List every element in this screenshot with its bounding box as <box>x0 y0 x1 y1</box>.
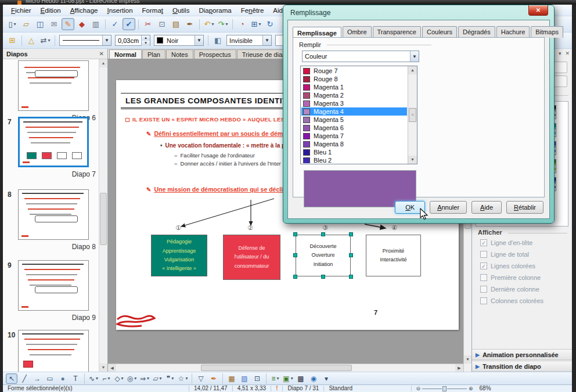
dialog-tab-de-grade-s[interactable]: Dégradés <box>458 26 495 38</box>
document-as-email-icon[interactable]: ✉ <box>48 18 60 30</box>
gallery-icon[interactable]: ▨ <box>239 373 250 384</box>
table-icon[interactable]: ⊞▾ <box>250 18 262 30</box>
line-color-value[interactable]: Noir <box>164 37 195 44</box>
dropdown-caret-icon[interactable]: ▾ <box>14 21 16 27</box>
checkbox-colonnes-colore-es[interactable]: Colonnes colorées <box>480 297 543 304</box>
new-document-icon[interactable]: ▯▾ <box>6 18 19 30</box>
ellipse-icon[interactable]: ● <box>57 373 69 384</box>
dialog-tab-transparence[interactable]: Transparence <box>373 26 421 38</box>
color-item-magenta-2[interactable]: Magenta 2 <box>301 91 407 99</box>
checkbox-premie-re-colonne[interactable]: Première colonne <box>480 274 541 281</box>
line-color-select[interactable]: Noir ▼ <box>154 35 204 46</box>
dropdown-caret-icon[interactable]: ▾ <box>291 376 293 381</box>
shape-pedagogie[interactable]: PédagogieApprentissageVulgarisation« Int… <box>151 235 207 276</box>
redo-icon[interactable]: ↷▾ <box>217 18 229 30</box>
menu-affichage[interactable]: Affichage <box>66 6 103 15</box>
flowchart-icon[interactable]: ▱▾ <box>152 373 163 384</box>
insert-image-icon[interactable]: ▦ <box>226 373 237 384</box>
dialog-tab-ombre[interactable]: Ombre <box>343 26 372 38</box>
dialog-tab-hachure[interactable]: Hachure <box>496 26 530 38</box>
selection-handle[interactable] <box>321 232 325 236</box>
dropdown-caret-icon[interactable]: ▾ <box>147 376 149 381</box>
scroll-down-icon[interactable]: ▼ <box>99 364 107 372</box>
line-arrow-icon[interactable]: → <box>31 373 43 384</box>
scrollbar-thumb[interactable]: ≡ <box>409 108 416 122</box>
scroll-left-icon[interactable]: ◀ <box>108 364 116 372</box>
dropdown-caret-icon[interactable]: ▾ <box>160 376 162 381</box>
cut-icon[interactable]: ✂ <box>142 18 154 30</box>
menu-edition[interactable]: Édition <box>36 6 66 15</box>
selection-handle[interactable] <box>293 253 297 257</box>
zoom-knob[interactable] <box>442 386 447 391</box>
auto-spellcheck-icon[interactable]: ✔ <box>123 18 135 30</box>
horizontal-scrollbar[interactable]: ◀ ▶ <box>108 364 463 372</box>
group-icon[interactable]: ⊡ <box>251 373 263 384</box>
color-item-magenta-4[interactable]: Magenta 4 <box>301 107 407 116</box>
slide-bullet-line[interactable]: =Donner accès / initier à l'univers de l… <box>174 160 281 167</box>
paste-icon[interactable]: ▤ <box>170 18 182 30</box>
dialog-tab-remplissage[interactable]: Remplissage <box>293 27 341 38</box>
pane-section-animation-personnalise-e[interactable]: ▶Animation personnalisée <box>472 349 572 360</box>
re-tablir-button[interactable]: Rétablir <box>506 201 543 214</box>
scroll-up-icon[interactable]: ▲ <box>408 66 417 74</box>
view-tab-notes[interactable]: Notes <box>166 49 193 59</box>
edit-points-icon[interactable]: △ <box>25 34 38 46</box>
connector-icon[interactable]: ⌐▾ <box>100 373 112 384</box>
pane-section-transition-de-diapo[interactable]: ▶Transition de diapo <box>472 361 572 372</box>
fill-type-select[interactable]: Couleur ▼ <box>302 51 419 62</box>
spellcheck-icon[interactable]: ✓ <box>109 18 121 30</box>
view-tab-prospectus[interactable]: Prospectus <box>194 49 236 59</box>
selection-handle[interactable] <box>349 232 353 236</box>
color-item-magenta-3[interactable]: Magenta 3 <box>301 99 407 107</box>
zoom-slider[interactable]: ⊖ ⊕ <box>414 386 474 391</box>
cells-icon[interactable]: ⊞ <box>6 34 19 46</box>
edit-points-icon[interactable]: ▽ <box>195 373 207 384</box>
fill-color-icon[interactable]: ◧ <box>211 34 224 46</box>
selection-handle[interactable] <box>293 275 297 279</box>
dropdown-caret-icon[interactable]: ▾ <box>134 376 136 381</box>
color-item-magenta-8[interactable]: Magenta 8 <box>301 140 407 148</box>
arrange-icon[interactable]: ▣▾ <box>282 373 294 384</box>
fill-style-value[interactable]: Invisible <box>227 37 262 44</box>
callouts-icon[interactable]: ❞▾ <box>164 373 176 384</box>
open-folder-icon[interactable]: ▱ <box>20 18 33 30</box>
shadow-icon[interactable]: ▩ <box>295 373 307 384</box>
slide-thumbnail[interactable] <box>18 60 89 111</box>
spin-up-icon[interactable]: ▲ <box>142 35 150 41</box>
edit-file-icon[interactable]: ✎ <box>62 18 74 30</box>
undo-icon[interactable]: ↶▾ <box>203 18 215 30</box>
color-item-magenta-6[interactable]: Magenta 6 <box>301 124 407 132</box>
spin-down-icon[interactable]: ▼ <box>142 41 150 46</box>
slides-scrollbar[interactable]: ▲ ▼ <box>99 59 107 372</box>
checkbox-dernie-re-colonne[interactable]: Dernière colonne <box>480 286 539 293</box>
zoom-in-icon[interactable]: ⊕ <box>469 386 473 391</box>
checkbox-icon[interactable] <box>480 286 487 293</box>
zoom-out-icon[interactable]: ⊖ <box>416 386 420 391</box>
toolbar-overflow-icon[interactable]: ▾ <box>321 373 332 384</box>
checkbox-ligne-de-total[interactable]: Ligne de total <box>480 251 529 258</box>
menu-insertion[interactable]: Insertion <box>102 6 137 15</box>
slide-bullet-line[interactable]: =Faciliter l'usage de l'ordinateur <box>174 152 255 159</box>
export-pdf-icon[interactable]: ◆ <box>75 18 88 30</box>
color-item-magenta-7[interactable]: Magenta 7 <box>301 132 407 140</box>
annuler-button[interactable]: Annuler <box>430 201 467 214</box>
text-icon[interactable]: T <box>70 373 81 384</box>
checkbox-ligne-d-en-te-te[interactable]: ✓Ligne d'en-tête <box>480 239 532 246</box>
color-item-rouge-8[interactable]: Rouge 8 <box>301 75 407 83</box>
color-item-magenta-5[interactable]: Magenta 5 <box>301 116 407 124</box>
basic-shapes-icon[interactable]: ◇▾ <box>113 373 125 384</box>
color-list-scrollbar[interactable]: ▲ ≡ ▼ <box>408 66 417 164</box>
slide-bullet-line[interactable]: ✎Une mission de démocratisation qui se d… <box>146 186 295 193</box>
selection-handle[interactable] <box>321 275 325 279</box>
checkbox-icon[interactable] <box>480 251 487 258</box>
block-arrows-icon[interactable]: ⇒▾ <box>139 373 150 384</box>
navigator-icon[interactable]: ↻ <box>264 18 276 30</box>
menu-fichier[interactable]: Fichier <box>6 6 36 15</box>
scroll-down-icon[interactable]: ▼ <box>464 355 471 364</box>
scrollbar-thumb[interactable] <box>201 365 352 371</box>
checkbox-icon[interactable]: ✓ <box>480 239 487 246</box>
print-icon[interactable]: ▥ <box>89 18 102 30</box>
menu-diaporama[interactable]: Diaporama <box>194 6 236 15</box>
shape-decouverte-selected[interactable]: DécouverteOuvertureInitiation <box>296 235 351 276</box>
dropdown-caret-icon[interactable]: ▾ <box>277 376 279 381</box>
